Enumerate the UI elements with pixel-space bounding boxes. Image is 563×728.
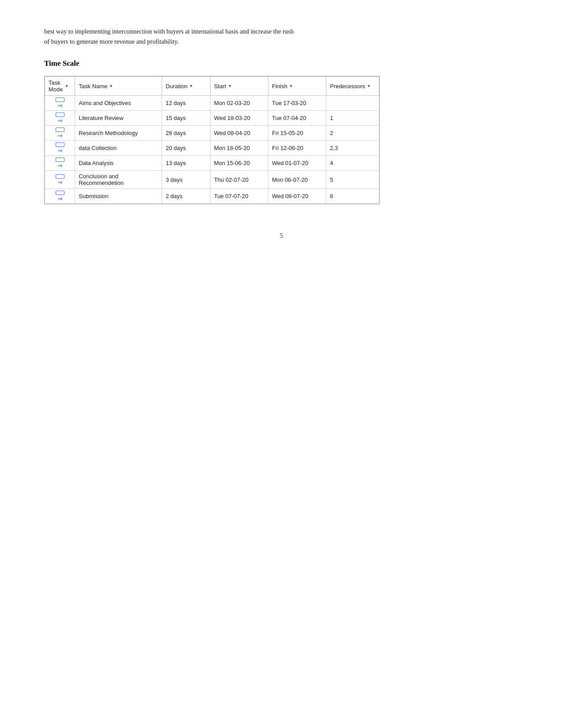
col-header-duration[interactable]: Duration ▼ <box>162 77 210 96</box>
intro-paragraph-1: best way to implementing interconnection… <box>44 26 519 47</box>
start-cell: Mon 15-06-20 <box>210 156 268 171</box>
task-name-cell: data Collection <box>75 141 162 156</box>
intro-text-2: of buyers to generate more revenue and p… <box>44 38 179 45</box>
task-mode-icon: ⇒ <box>47 113 73 124</box>
finish-cell: Tue 07-04-20 <box>268 111 326 126</box>
table-header-row: TaskMode ▼ Task Name ▼ Duration ▼ <box>45 77 379 96</box>
table-row: ⇒ data Collection20 daysMon 18-05-20Fri … <box>45 141 379 156</box>
start-cell: Mon 02-03-20 <box>210 96 268 111</box>
col-header-start[interactable]: Start ▼ <box>210 77 268 96</box>
task-icon-box <box>56 128 64 132</box>
task-name-cell: Literature Review <box>75 111 162 126</box>
duration-cell: 13 days <box>162 156 210 171</box>
task-name-dropdown-icon[interactable]: ▼ <box>109 84 113 88</box>
start-cell: Tue 07-07-20 <box>210 189 268 204</box>
task-mode-cell: ⇒ <box>45 189 75 204</box>
task-icon-arrow: ⇒ <box>57 162 63 169</box>
task-mode-icon: ⇒ <box>47 128 73 139</box>
section-title: Time Scale <box>44 59 519 68</box>
table-row: ⇒ Literature Review15 daysWed 18-03-20Tu… <box>45 111 379 126</box>
task-name-cell: Aims and Objectives <box>75 96 162 111</box>
task-icon-arrow: ⇒ <box>57 179 63 185</box>
task-mode-cell: ⇒ <box>45 126 75 141</box>
start-cell: Wed 08-04-20 <box>210 126 268 141</box>
task-icon-box <box>56 98 64 102</box>
table-row: ⇒ Data Analysis13 daysMon 15-06-20Wed 01… <box>45 156 379 171</box>
finish-cell: Wed 01-07-20 <box>268 156 326 171</box>
task-icon-box <box>56 158 64 162</box>
table-body: ⇒ Aims and Objectives12 daysMon 02-03-20… <box>45 96 379 204</box>
predecessors-cell: 2,3 <box>326 141 379 156</box>
col-header-task-mode[interactable]: TaskMode ▼ <box>45 77 75 96</box>
duration-cell: 2 days <box>162 189 210 204</box>
task-name-cell: Research Methodology <box>75 126 162 141</box>
task-name-cell: Data Analysis <box>75 156 162 171</box>
intro-text-1: best way to implementing interconnection… <box>44 28 294 35</box>
predecessors-cell: 6 <box>326 189 379 204</box>
finish-cell: Wed 08-07-20 <box>268 189 326 204</box>
predecessors-dropdown-icon[interactable]: ▼ <box>367 84 371 88</box>
task-mode-icon: ⇒ <box>47 143 73 154</box>
task-mode-cell: ⇒ <box>45 156 75 171</box>
gantt-table: TaskMode ▼ Task Name ▼ Duration ▼ <box>45 76 379 204</box>
task-mode-icon: ⇒ <box>47 158 73 169</box>
start-cell: Wed 18-03-20 <box>210 111 268 126</box>
finish-cell: Tue 17-03-20 <box>268 96 326 111</box>
finish-dropdown-icon[interactable]: ▼ <box>289 84 293 88</box>
task-icon-arrow: ⇒ <box>57 147 63 154</box>
start-cell: Mon 18-05-20 <box>210 141 268 156</box>
duration-cell: 12 days <box>162 96 210 111</box>
duration-cell: 20 days <box>162 141 210 156</box>
task-mode-cell: ⇒ <box>45 96 75 111</box>
table-row: ⇒ Research Methodology28 daysWed 08-04-2… <box>45 126 379 141</box>
page-number: 5 <box>44 233 519 240</box>
task-icon-arrow: ⇒ <box>57 195 63 202</box>
finish-cell: Fri 15-05-20 <box>268 126 326 141</box>
table-row: ⇒ Conclusion and Recommendetion3 daysThu… <box>45 171 379 189</box>
col-header-predecessors[interactable]: Predecessors ▼ <box>326 77 379 96</box>
col-header-finish[interactable]: Finish ▼ <box>268 77 326 96</box>
predecessors-cell <box>326 96 379 111</box>
predecessors-cell: 4 <box>326 156 379 171</box>
task-icon-arrow: ⇒ <box>57 117 63 124</box>
task-icon-box <box>56 174 64 179</box>
task-mode-dropdown-icon[interactable]: ▼ <box>65 84 69 88</box>
task-icon-box <box>56 191 64 195</box>
finish-cell: Mon 06-07-20 <box>268 171 326 189</box>
task-name-cell: Conclusion and Recommendetion <box>75 171 162 189</box>
task-icon-box <box>56 143 64 147</box>
finish-cell: Fri 12-06-20 <box>268 141 326 156</box>
task-mode-icon: ⇒ <box>47 174 73 185</box>
duration-cell: 28 days <box>162 126 210 141</box>
col-header-task-name[interactable]: Task Name ▼ <box>75 77 162 96</box>
task-mode-cell: ⇒ <box>45 171 75 189</box>
table-row: ⇒ Submission2 daysTue 07-07-20Wed 08-07-… <box>45 189 379 204</box>
task-name-cell: Submission <box>75 189 162 204</box>
task-mode-cell: ⇒ <box>45 141 75 156</box>
duration-cell: 15 days <box>162 111 210 126</box>
task-icon-box <box>56 113 64 117</box>
predecessors-cell: 5 <box>326 171 379 189</box>
table-row: ⇒ Aims and Objectives12 daysMon 02-03-20… <box>45 96 379 111</box>
gantt-table-wrapper: TaskMode ▼ Task Name ▼ Duration ▼ <box>44 76 380 204</box>
predecessors-cell: 1 <box>326 111 379 126</box>
task-icon-arrow: ⇒ <box>57 102 63 109</box>
duration-dropdown-icon[interactable]: ▼ <box>189 84 193 88</box>
task-icon-arrow: ⇒ <box>57 132 63 139</box>
task-mode-icon: ⇒ <box>47 191 73 202</box>
predecessors-cell: 2 <box>326 126 379 141</box>
task-mode-icon: ⇒ <box>47 98 73 109</box>
start-cell: Thu 02-07-20 <box>210 171 268 189</box>
start-dropdown-icon[interactable]: ▼ <box>228 84 232 88</box>
duration-cell: 3 days <box>162 171 210 189</box>
task-mode-cell: ⇒ <box>45 111 75 126</box>
